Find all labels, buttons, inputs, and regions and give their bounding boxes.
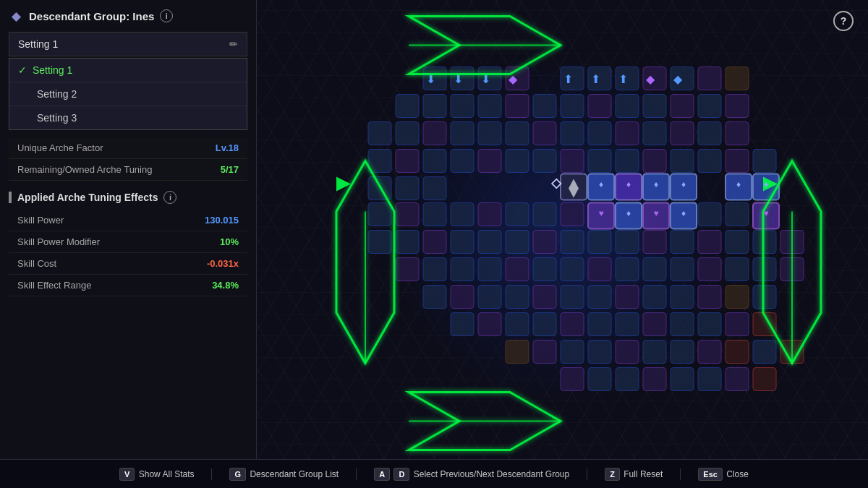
svg-rect-16 bbox=[533, 95, 556, 118]
panel-title: Descendant Group: Ines i bbox=[9, 9, 247, 23]
svg-rect-123 bbox=[451, 313, 474, 336]
sep3 bbox=[587, 468, 587, 480]
svg-rect-79 bbox=[368, 231, 391, 254]
node-symbol-1: ♦ bbox=[599, 179, 603, 189]
svg-rect-108 bbox=[753, 258, 776, 281]
svg-rect-31 bbox=[561, 122, 584, 145]
shortcut-ad: A D Select Previous/Next Descendant Grou… bbox=[374, 469, 569, 479]
game-svg: ⬇ ⬇ ⬇ ◆ ⬆ ⬆ ⬆ ◆ ◆ bbox=[257, 0, 868, 463]
skill-effect-range-value: 34.8% bbox=[212, 280, 239, 291]
setting-selector-label: Setting 1 bbox=[18, 38, 58, 50]
svg-text:◆: ◆ bbox=[646, 73, 655, 85]
remaining-arche-label: Remaining/Owned Arche Tuning bbox=[17, 164, 152, 175]
svg-rect-43 bbox=[506, 150, 529, 173]
svg-rect-115 bbox=[561, 286, 584, 309]
title-info-icon[interactable]: i bbox=[160, 9, 173, 22]
svg-text:⬆: ⬆ bbox=[563, 73, 573, 85]
svg-rect-111 bbox=[451, 286, 474, 309]
settings-dropdown: ✓ Setting 1 Setting 2 Setting 3 bbox=[9, 58, 247, 130]
key-v: V bbox=[119, 468, 135, 481]
sep2 bbox=[356, 468, 357, 480]
skill-effect-range-label: Skill Effect Range bbox=[17, 280, 91, 291]
center-diamond-symbol: ◇ bbox=[550, 176, 562, 190]
svg-rect-30 bbox=[533, 122, 556, 145]
skill-power-value: 130.015 bbox=[205, 215, 239, 226]
svg-rect-130 bbox=[643, 313, 666, 336]
svg-rect-150 bbox=[671, 368, 694, 391]
svg-rect-24 bbox=[368, 122, 391, 145]
svg-rect-100 bbox=[533, 258, 556, 281]
skill-cost-value: -0.031x bbox=[207, 258, 239, 269]
svg-rect-95 bbox=[396, 258, 419, 281]
svg-rect-71 bbox=[561, 203, 584, 226]
svg-rect-112 bbox=[478, 286, 501, 309]
svg-rect-27 bbox=[451, 122, 474, 145]
svg-rect-29 bbox=[506, 122, 529, 145]
svg-rect-141 bbox=[671, 341, 694, 364]
svg-rect-76 bbox=[698, 203, 721, 226]
svg-rect-144 bbox=[753, 341, 776, 364]
svg-rect-28 bbox=[478, 122, 501, 145]
bottom-right-arrow bbox=[409, 393, 561, 450]
svg-rect-88 bbox=[616, 231, 639, 254]
node-symbol-5: ♦ bbox=[736, 179, 741, 189]
svg-rect-96 bbox=[423, 258, 446, 281]
dropdown-item-setting3[interactable]: Setting 3 bbox=[9, 106, 247, 129]
svg-rect-44 bbox=[533, 150, 556, 173]
arche-factor-value: Lv.18 bbox=[216, 142, 239, 153]
svg-rect-19 bbox=[616, 95, 639, 118]
svg-rect-38 bbox=[368, 150, 391, 173]
svg-rect-77 bbox=[726, 203, 749, 226]
svg-rect-128 bbox=[588, 313, 611, 336]
svg-rect-15 bbox=[506, 95, 529, 118]
svg-rect-106 bbox=[698, 258, 721, 281]
effect-row-skill-cost: Skill Cost -0.031x bbox=[9, 253, 247, 275]
svg-rect-142 bbox=[698, 341, 721, 364]
svg-rect-17 bbox=[561, 95, 584, 118]
svg-rect-146 bbox=[561, 368, 584, 391]
svg-rect-137 bbox=[561, 341, 584, 364]
svg-rect-139 bbox=[616, 341, 639, 364]
svg-rect-148 bbox=[616, 368, 639, 391]
dropdown-item-setting2[interactable]: Setting 2 bbox=[9, 82, 247, 106]
svg-rect-104 bbox=[643, 258, 666, 281]
label-full-reset: Full Reset bbox=[624, 469, 663, 479]
svg-rect-125 bbox=[506, 313, 529, 336]
svg-rect-83 bbox=[478, 231, 501, 254]
help-button[interactable]: ? bbox=[833, 11, 854, 31]
key-esc: Esc bbox=[698, 468, 723, 481]
svg-rect-84 bbox=[506, 231, 529, 254]
edit-icon[interactable]: ✏ bbox=[229, 38, 238, 50]
skill-cost-label: Skill Cost bbox=[17, 258, 56, 269]
effect-row-skill-power: Skill Power 130.015 bbox=[9, 210, 247, 231]
remaining-arche-value: 5/17 bbox=[221, 164, 239, 175]
svg-rect-45 bbox=[561, 150, 584, 173]
svg-rect-25 bbox=[396, 122, 419, 145]
svg-rect-119 bbox=[671, 286, 694, 309]
svg-rect-138 bbox=[588, 341, 611, 364]
svg-rect-81 bbox=[423, 231, 446, 254]
shortcut-z: Z Full Reset bbox=[605, 469, 663, 479]
setting3-label: Setting 3 bbox=[37, 112, 77, 124]
panel-title-text: Descendant Group: Ines bbox=[29, 10, 154, 22]
svg-rect-98 bbox=[478, 258, 501, 281]
svg-rect-54 bbox=[396, 177, 419, 200]
effects-info-icon[interactable]: i bbox=[163, 191, 176, 204]
svg-rect-14 bbox=[478, 95, 501, 118]
svg-rect-124 bbox=[478, 313, 501, 336]
key-z: Z bbox=[605, 468, 620, 481]
svg-rect-126 bbox=[533, 313, 556, 336]
dropdown-item-setting1[interactable]: ✓ Setting 1 bbox=[9, 59, 247, 82]
svg-rect-68 bbox=[478, 203, 501, 226]
svg-rect-127 bbox=[561, 313, 584, 336]
svg-rect-65 bbox=[396, 203, 419, 226]
svg-rect-48 bbox=[643, 150, 666, 173]
svg-rect-35 bbox=[671, 122, 694, 145]
svg-rect-133 bbox=[726, 313, 749, 336]
setting-selector[interactable]: Setting 1 ✏ bbox=[9, 32, 247, 56]
section-bar bbox=[9, 192, 12, 203]
svg-rect-49 bbox=[671, 150, 694, 173]
svg-rect-131 bbox=[671, 313, 694, 336]
svg-rect-69 bbox=[506, 203, 529, 226]
svg-rect-129 bbox=[616, 313, 639, 336]
